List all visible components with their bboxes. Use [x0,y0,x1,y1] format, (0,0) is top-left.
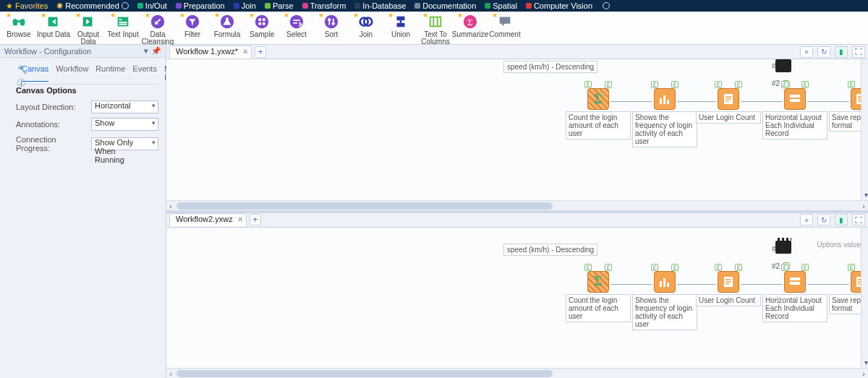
nav-tab-favorites[interactable]: ★Favorites [3,0,51,12]
output-port-icon[interactable]: £ [605,81,612,88]
close-icon[interactable]: ✕ [242,48,248,56]
sidebar-tab-workflow[interactable]: Workflow [56,64,88,82]
stop-button[interactable]: ▮ [835,214,848,225]
tool-sort[interactable]: ★Sort [314,12,349,38]
scroll-thumb[interactable] [176,370,553,377]
canvas-node[interactable]: ££User Login Count [696,81,761,124]
nav-tab-recommended[interactable]: ✺Recommended [54,0,132,12]
nav-tab-transform[interactable]: Transform [299,0,349,12]
scroll-right-icon[interactable]: › [859,369,868,378]
close-icon[interactable]: ✕ [237,215,243,223]
add-tab-button[interactable]: + [250,214,261,225]
tool-text-input[interactable]: ★Text Input [106,12,140,38]
nav-tab-spatial[interactable]: Spatial [482,0,520,12]
nav-tab-documentation[interactable]: Documentation [412,0,479,12]
scroll-thumb[interactable] [176,202,553,210]
input-port-icon[interactable]: £ [584,81,592,88]
scroll-left-icon[interactable]: ‹ [166,369,175,378]
input-port-icon[interactable]: £ [715,264,722,271]
nav-tab-in-database[interactable]: In-Database [352,0,409,12]
clock-icon[interactable] [603,2,610,9]
add-tab-button[interactable]: + [255,46,266,58]
video-node-icon[interactable] [775,241,791,254]
input-port-icon[interactable]: £ [781,264,788,271]
tool-union[interactable]: ★Union [383,12,418,38]
sidebar-tab-events[interactable]: Events [132,64,157,82]
info-icon[interactable]: i [17,79,25,87]
tool-output-data[interactable]: ★Output Data [71,12,106,46]
vertical-scrollbar[interactable]: ▾ [861,59,868,200]
output-port-icon[interactable]: £ [735,264,742,271]
vertical-scrollbar[interactable]: ▾ [861,228,868,369]
output-port-icon[interactable]: £ [671,264,678,271]
tool-sample[interactable]: ★Sample [244,12,279,38]
stop-button[interactable]: ▮ [835,46,848,58]
input-port-icon[interactable]: £ [715,81,722,88]
wrench-icon[interactable]: 🔧 [17,65,26,74]
tool-text-to-columns[interactable]: ★Text To Columns [418,12,453,46]
workflow-tab[interactable]: Workflow 1.yxwz*✕ [169,46,252,59]
horizontal-scrollbar[interactable]: ‹› [166,368,868,378]
workflow-tab-bar: Workflow 1.yxwz*✕+»↻▮⛶ [166,45,868,59]
config-select[interactable]: Horizontal [91,100,158,113]
canvas-node[interactable]: ££Shows the frequency of login activity … [632,264,697,330]
tool-input-data[interactable]: ★Input Data [36,12,71,38]
scroll-right-icon[interactable]: › [859,202,868,210]
svg-point-10 [255,15,268,28]
tool-summarize[interactable]: ★ΣSummarize [453,12,488,38]
fullscreen-button[interactable]: ⛶ [852,214,865,225]
clock-icon[interactable] [122,2,129,9]
chevron-down-icon[interactable]: ▾ [864,191,868,199]
tool-select[interactable]: ★Select [279,12,314,38]
input-port-icon[interactable]: £ [584,264,592,271]
video-node-icon[interactable] [775,59,791,72]
tool-join[interactable]: ★Join [349,12,383,38]
collapse-icon[interactable]: ▾ [144,46,148,56]
tool-formula[interactable]: ★Formula [210,12,244,38]
canvas-node[interactable]: ££Shows the frequency of login activity … [632,81,697,147]
config-select[interactable]: Show Only When Running [91,137,158,150]
canvas-node[interactable]: ££Horizontal Layout Each Individual Reco… [762,81,827,139]
svg-rect-44 [790,278,800,280]
tool-data-cleansing[interactable]: ★Data Cleansing [140,12,175,46]
fullscreen-button[interactable]: ⛶ [852,46,865,58]
nav-tab-join[interactable]: Join [231,0,259,12]
svg-rect-6 [119,24,127,25]
workflow-canvas[interactable]: speed (km/h) - Descending#1£#2£££ΣCount … [166,59,868,200]
refresh-button[interactable]: ↻ [817,46,830,58]
sidebar-tab-runtime[interactable]: Runtime [95,64,125,82]
pin-icon[interactable]: 📌 [151,46,161,56]
output-port-icon[interactable]: £ [605,264,612,271]
broom-icon: ★ [149,13,166,30]
output-port-icon[interactable]: £ [801,264,809,271]
nav-tab-parse[interactable]: Parse [262,0,297,12]
canvas-node[interactable]: ££ΣCount the login amount of each user [566,81,631,139]
input-port-icon[interactable]: £ [651,81,658,88]
canvas-node[interactable]: ££ΣCount the login amount of each user [566,264,631,322]
tool-filter[interactable]: ★Filter [175,12,210,38]
output-port-icon[interactable]: £ [735,81,742,88]
refresh-button[interactable]: ↻ [817,214,830,225]
nav-tab-in-out[interactable]: In/Out [135,0,170,12]
output-port-icon[interactable]: £ [671,81,678,88]
canvas-node[interactable]: ££User Login Count [696,264,761,306]
nav-tab-computer-vision[interactable]: Computer Vision [523,0,595,12]
input-port-icon[interactable]: £ [651,264,658,271]
workflow-tab[interactable]: Workflow2.yxwz✕ [169,213,247,226]
chevron-down-icon[interactable]: ▾ [864,358,868,366]
overflow-button[interactable]: » [800,46,813,58]
config-select[interactable]: Show [91,118,158,131]
output-port-icon[interactable]: £ [801,81,809,88]
workflow-canvas[interactable]: speed (km/h) - Descending#1£#2£Uptions v… [166,228,868,369]
input-port-icon[interactable]: £ [848,264,855,271]
input-port-icon[interactable]: £ [781,81,788,88]
input-port-icon[interactable]: £ [848,81,855,88]
overflow-button[interactable]: » [800,214,813,225]
tool-browse[interactable]: ★Browse [1,12,36,38]
nav-tab-preparation[interactable]: Preparation [173,0,228,12]
canvas-node[interactable]: ££Horizontal Layout Each Individual Reco… [762,264,827,322]
sigma-node-icon: Σ [587,88,609,110]
tool-comment[interactable]: ★Comment [488,12,522,38]
horizontal-scrollbar[interactable]: ‹› [166,200,868,210]
scroll-left-icon[interactable]: ‹ [166,202,175,210]
